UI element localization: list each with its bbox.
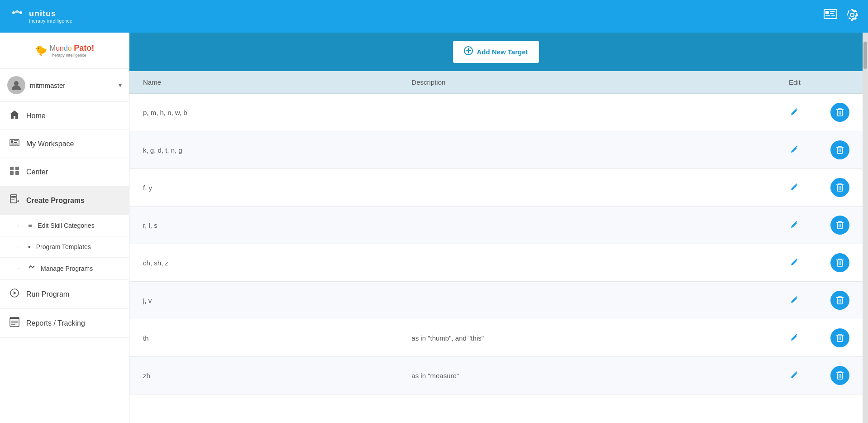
edit-button[interactable] (791, 220, 799, 231)
sidebar: 🐤 Mundo Pato! Therapy Intelligence (0, 33, 129, 423)
col-header-delete (817, 71, 863, 94)
svg-rect-14 (11, 140, 13, 143)
delete-button[interactable] (830, 253, 849, 272)
svg-rect-7 (825, 11, 829, 14)
svg-rect-23 (11, 196, 16, 197)
delete-button[interactable] (830, 366, 849, 385)
svg-rect-8 (830, 11, 835, 12)
svg-rect-19 (15, 167, 19, 170)
edit-button[interactable] (791, 183, 799, 193)
svg-rect-30 (10, 317, 19, 319)
user-menu[interactable]: mitmmaster ▾ (0, 69, 129, 102)
cell-description (402, 207, 772, 244)
cell-name: j, v (129, 282, 402, 319)
cell-edit (772, 131, 817, 169)
cell-description: as in "thumb", and "this" (402, 319, 772, 357)
brand-sub: Therapy Intelligence (50, 53, 94, 58)
app-sub: therapy intelligence (29, 19, 72, 24)
main-layout: 🐤 Mundo Pato! Therapy Intelligence (0, 33, 868, 423)
svg-rect-21 (15, 171, 19, 175)
edit-button[interactable] (791, 107, 799, 118)
home-icon (9, 110, 20, 121)
manage-programs-icon (28, 264, 35, 273)
program-templates-label: Program Templates (36, 243, 91, 250)
cell-name: zh (129, 357, 402, 394)
scroll-thumb (863, 42, 867, 69)
workspace-icon (9, 138, 20, 149)
table-row: f, y (129, 169, 863, 207)
settings-button[interactable] (845, 8, 859, 25)
cell-edit (772, 319, 817, 357)
unitus-text: unitus therapy intelligence (29, 9, 72, 24)
svg-rect-18 (10, 167, 14, 170)
delete-button[interactable] (830, 291, 849, 310)
create-programs-icon (9, 194, 20, 207)
table-row: thas in "thumb", and "this" (129, 319, 863, 357)
cell-delete (817, 94, 863, 131)
svg-rect-20 (10, 171, 14, 175)
messages-button[interactable] (824, 9, 837, 24)
username-label: mitmmaster (30, 82, 114, 89)
sidebar-item-create-programs[interactable]: Create Programs (0, 186, 129, 215)
cell-delete (817, 131, 863, 169)
add-target-label: Add New Target (477, 48, 528, 56)
cell-delete (817, 357, 863, 394)
sidebar-item-reports-tracking[interactable]: Reports / Tracking (0, 309, 129, 338)
delete-button[interactable] (830, 216, 849, 235)
svg-rect-11 (831, 15, 835, 16)
svg-rect-16 (14, 142, 17, 143)
cell-description (402, 131, 772, 169)
cell-name: th (129, 319, 402, 357)
add-new-target-button[interactable]: Add New Target (453, 41, 539, 63)
reports-icon (9, 317, 20, 329)
cell-edit (772, 282, 817, 319)
sidebar-item-manage-programs[interactable]: ··· Manage Programs (0, 258, 129, 280)
edit-button[interactable] (791, 370, 799, 381)
table-row: ch, sh, z (129, 244, 863, 282)
delete-button[interactable] (830, 140, 849, 159)
cell-name: r, l, s (129, 207, 402, 244)
edit-button[interactable] (791, 333, 799, 343)
plus-icon (464, 46, 473, 58)
sidebar-item-my-workspace[interactable]: My Workspace (0, 130, 129, 158)
svg-rect-25 (11, 199, 14, 200)
edit-button[interactable] (791, 145, 799, 155)
cell-description: as in "measure" (402, 357, 772, 394)
cell-edit (772, 207, 817, 244)
table-row: zhas in "measure" (129, 357, 863, 394)
edit-button[interactable] (791, 295, 799, 306)
gear-icon (845, 8, 859, 25)
targets-table-container: Name Description Edit p, m, h, n, w, bk,… (129, 71, 863, 423)
mundo-pato-logo: 🐤 Mundo Pato! Therapy Intelligence (35, 40, 94, 61)
avatar (7, 76, 25, 94)
right-scrollbar[interactable] (863, 33, 868, 423)
sidebar-item-home[interactable]: Home (0, 102, 129, 130)
svg-rect-10 (825, 15, 830, 16)
sidebar-item-center[interactable]: Center (0, 158, 129, 186)
svg-rect-17 (11, 144, 18, 144)
my-workspace-label: My Workspace (26, 140, 74, 148)
cell-description (402, 94, 772, 131)
reports-tracking-label: Reports / Tracking (26, 319, 85, 327)
delete-button[interactable] (830, 178, 849, 197)
table-row: j, v (129, 282, 863, 319)
cell-edit (772, 94, 817, 131)
center-icon (9, 166, 20, 178)
targets-table: Name Description Edit p, m, h, n, w, bk,… (129, 71, 863, 394)
create-programs-label: Create Programs (26, 197, 85, 205)
center-label: Center (26, 168, 48, 176)
sidebar-item-run-program[interactable]: Run Program (0, 280, 129, 309)
delete-button[interactable] (830, 328, 849, 347)
edit-button[interactable] (791, 258, 799, 268)
cell-delete (817, 207, 863, 244)
sidebar-item-edit-skill-categories[interactable]: ··· ≡ Edit Skill Categories (0, 215, 129, 236)
content-area: Add New Target Name Description Edit p, … (129, 33, 863, 423)
program-templates-icon: ▪ (28, 243, 31, 251)
sidebar-item-program-templates[interactable]: ··· ▪ Program Templates (0, 236, 129, 258)
app-logo: unitus therapy intelligence (9, 8, 72, 24)
cell-delete (817, 244, 863, 282)
svg-rect-15 (14, 140, 18, 141)
run-program-icon (9, 288, 20, 300)
delete-button[interactable] (830, 103, 849, 122)
svg-rect-24 (11, 197, 16, 198)
